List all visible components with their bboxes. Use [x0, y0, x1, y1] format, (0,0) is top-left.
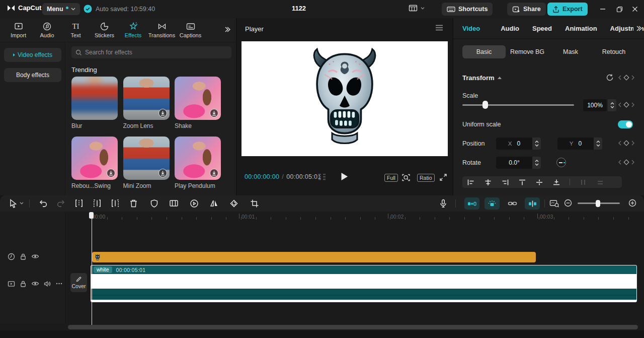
fullscreen-icon[interactable] — [439, 173, 447, 181]
effect-clip[interactable] — [92, 252, 536, 262]
subtab-retouch[interactable]: Retouch — [592, 48, 635, 55]
magnetic-snap-icon[interactable] — [485, 197, 500, 210]
rotate-control[interactable]: 0.0° — [496, 157, 541, 169]
timeline-ruler[interactable] — [92, 217, 639, 220]
tab-video[interactable]: Video — [462, 25, 480, 32]
zoom-out-icon[interactable] — [564, 198, 573, 208]
reset-icon[interactable] — [606, 74, 614, 82]
transform-section-header[interactable]: Transform — [462, 74, 502, 82]
subtab-mask[interactable]: Mask — [549, 48, 592, 55]
delete-left-icon[interactable] — [93, 199, 102, 208]
scale-stepper[interactable] — [608, 99, 616, 111]
tab-transitions[interactable]: Transitions — [147, 18, 176, 42]
preview-canvas[interactable] — [242, 41, 448, 156]
auto-ripple-icon[interactable] — [464, 197, 479, 210]
overlay-icon[interactable] — [169, 199, 179, 208]
effect-card-shake[interactable]: Shake — [175, 77, 221, 129]
sidebar-item-video-effects[interactable]: Video effects — [4, 48, 61, 62]
menu-button[interactable]: Menu — [42, 3, 80, 15]
align-top-icon[interactable] — [518, 179, 526, 186]
distribute-horizontal-icon[interactable] — [579, 179, 587, 186]
shortcuts-button[interactable]: Shortcuts — [442, 3, 493, 16]
subtab-basic[interactable]: Basic — [462, 45, 506, 58]
close-button[interactable] — [630, 4, 640, 14]
keyframe-control[interactable] — [618, 102, 634, 108]
tab-animation[interactable]: Animation — [565, 25, 597, 32]
align-bottom-icon[interactable] — [552, 179, 560, 186]
minimize-button[interactable] — [598, 4, 608, 14]
record-voiceover-icon[interactable] — [439, 199, 447, 208]
x-stepper[interactable] — [532, 138, 541, 150]
rotate-stepper[interactable] — [532, 157, 541, 169]
position-x-control[interactable]: X 0 — [496, 138, 541, 150]
layout-switcher[interactable] — [409, 4, 425, 12]
align-left-icon[interactable] — [467, 179, 475, 186]
full-button[interactable]: Full — [384, 174, 398, 182]
eye-icon[interactable] — [31, 281, 39, 287]
horizontal-scrollbar[interactable] — [68, 325, 638, 329]
tab-import[interactable]: Import — [4, 18, 33, 42]
split-icon[interactable] — [74, 199, 84, 208]
tab-captions[interactable]: Captions — [176, 18, 205, 42]
mirror-icon[interactable] — [209, 199, 219, 208]
expand-properties-icon[interactable] — [633, 25, 642, 32]
effect-card-zoom-lens[interactable]: Zoom Lens — [123, 77, 170, 129]
export-button[interactable]: Export — [547, 3, 588, 16]
keyframe-control[interactable] — [618, 140, 634, 146]
delete-right-icon[interactable] — [111, 199, 120, 208]
keyframe-control[interactable] — [618, 159, 634, 165]
effect-card-blur[interactable]: Blur — [71, 77, 118, 129]
y-stepper[interactable] — [594, 138, 602, 150]
freeze-frame-icon[interactable] — [190, 199, 199, 208]
effects-search[interactable] — [71, 46, 231, 58]
effect-card-play-pendulum[interactable]: Play Pendulum — [175, 137, 221, 189]
eye-icon[interactable] — [31, 253, 39, 259]
search-input[interactable] — [85, 49, 227, 56]
preview-quality-icon[interactable] — [549, 199, 559, 208]
tab-text[interactable]: TI Text — [61, 18, 90, 42]
tab-audio-props[interactable]: Audio — [501, 25, 519, 32]
subtab-remove-bg[interactable]: Remove BG — [506, 48, 549, 55]
tab-effects[interactable]: Effects — [119, 18, 147, 42]
crop-icon[interactable] — [250, 199, 259, 208]
position-y-control[interactable]: Y 0 — [557, 138, 602, 150]
playhead-handle[interactable] — [89, 212, 94, 219]
speaker-icon[interactable] — [44, 281, 51, 287]
sidebar-item-body-effects[interactable]: Body effects — [4, 68, 61, 82]
effect-card-mini-zoom[interactable]: Mini Zoom — [123, 137, 170, 189]
select-tool-chevron-icon[interactable] — [20, 202, 24, 205]
tab-audio[interactable]: Audio — [33, 18, 61, 42]
player-menu-icon[interactable] — [435, 25, 443, 31]
delete-icon[interactable] — [129, 199, 138, 208]
more-icon[interactable] — [56, 283, 62, 285]
link-icon[interactable] — [505, 197, 520, 210]
undo-icon[interactable] — [38, 199, 48, 208]
restore-button[interactable] — [614, 4, 624, 14]
ratio-button[interactable]: Ratio — [417, 174, 435, 182]
redo-icon[interactable] — [56, 199, 66, 208]
rotate-tool-icon[interactable] — [229, 199, 238, 208]
distribute-vertical-icon[interactable] — [596, 179, 604, 186]
zoom-in-icon[interactable] — [628, 198, 637, 208]
tab-speed[interactable]: Speed — [532, 25, 552, 32]
timeline-zoom-slider[interactable] — [578, 202, 620, 204]
tab-stickers[interactable]: Stickers — [90, 18, 119, 42]
clock-icon[interactable] — [8, 253, 15, 260]
uniform-scale-toggle[interactable] — [618, 120, 633, 128]
keyframe-control[interactable] — [618, 75, 634, 81]
select-tool-icon[interactable] — [9, 199, 18, 208]
effect-card-rebound-swing[interactable]: Rebou...Swing — [71, 137, 118, 189]
timeline-zoom-thumb[interactable] — [596, 200, 600, 207]
frame-by-frame-icon[interactable] — [317, 174, 327, 181]
share-button[interactable]: Share — [507, 3, 546, 16]
mask-icon[interactable] — [150, 199, 158, 208]
align-center-vertical-icon[interactable] — [535, 179, 543, 186]
video-clip[interactable]: white 00:00:05:01 — [91, 265, 637, 302]
lock-icon[interactable] — [20, 253, 27, 260]
fit-zoom-icon[interactable] — [401, 173, 411, 182]
lock-icon[interactable] — [20, 280, 27, 288]
playhead-line[interactable] — [92, 212, 93, 327]
rotate-dial[interactable] — [556, 158, 566, 167]
cover-button[interactable]: Cover — [70, 273, 87, 292]
align-center-horizontal-icon[interactable] — [484, 179, 492, 186]
